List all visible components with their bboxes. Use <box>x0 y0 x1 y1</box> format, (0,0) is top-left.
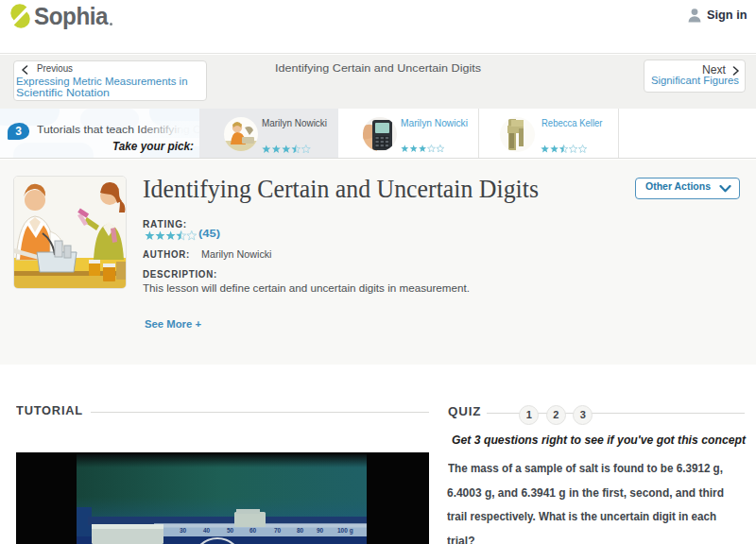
svg-text:60: 60 <box>249 527 257 534</box>
svg-text:90: 90 <box>317 527 324 534</box>
svg-text:40: 40 <box>203 527 211 534</box>
svg-text:70: 70 <box>274 527 282 534</box>
svg-text:50: 50 <box>227 527 234 534</box>
svg-text:30: 30 <box>180 527 187 534</box>
svg-text:80: 80 <box>297 527 304 534</box>
svg-text:100 g: 100 g <box>337 527 353 535</box>
